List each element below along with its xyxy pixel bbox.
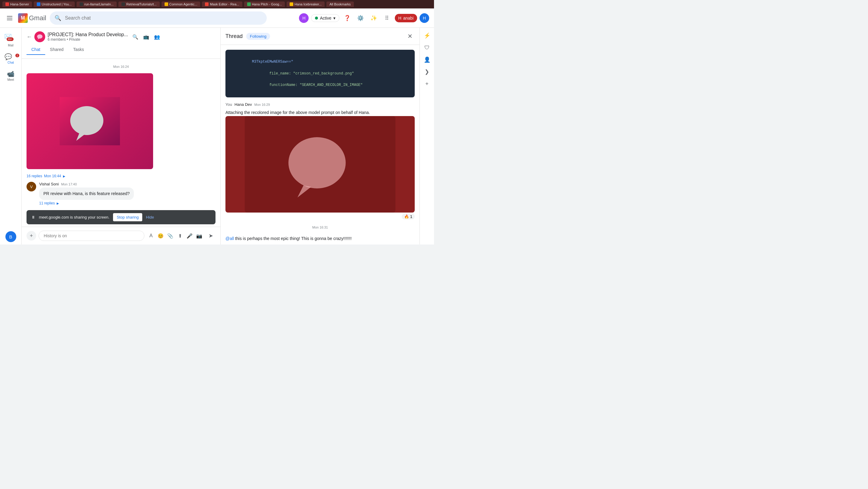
browser-tab-bookmarks[interactable]: All Bookmarks: [327, 1, 353, 7]
svg-point-7: [288, 137, 346, 188]
timestamp-mon-1624: Mon 16:24: [27, 65, 216, 68]
mic-button[interactable]: 🎤: [185, 232, 194, 240]
attach-button[interactable]: 📎: [166, 232, 175, 240]
thread-sender-you: You: [225, 102, 232, 107]
sidebar-item-meet[interactable]: 📹 Meet: [2, 68, 20, 84]
gmail-app: M Gmail 🔍 H Active ▾ ❓ ⚙️ ✨ ⠿ H anabi H: [0, 8, 434, 245]
browser-tab-unstructured[interactable]: Unstructured | You...: [34, 1, 74, 7]
tab-favicon: [37, 2, 40, 6]
sidebar-chat-label: Chat: [7, 61, 14, 64]
top-bar-right: H Active ▾ ❓ ⚙️ ✨ ⠿ H anabi H: [299, 13, 429, 24]
upload-button[interactable]: ⬆: [176, 232, 184, 240]
video-call-button[interactable]: 📺: [141, 32, 151, 41]
chat-badge: 2: [16, 54, 19, 57]
sidebar-item-mail[interactable]: ✉️ 99+ Mail: [2, 30, 20, 50]
sidebar-meet-label: Meet: [7, 78, 14, 82]
hanabi-button[interactable]: H anabi: [395, 14, 417, 22]
group-avatar-icon: [34, 31, 45, 42]
thread-image-svg: [245, 116, 396, 213]
search-input[interactable]: [65, 16, 262, 21]
browser-tab-mask-editor[interactable]: Mask Editor - Rea...: [202, 1, 242, 7]
browser-bar: Hana-Server Unstructured | You... run-ll…: [0, 0, 434, 8]
browser-tab-hana-server[interactable]: Hana-Server: [2, 1, 32, 7]
chat-image-message: [27, 73, 153, 169]
add-panel-button[interactable]: +: [422, 79, 433, 89]
stop-sharing-button[interactable]: Stop sharing: [113, 213, 142, 221]
reaction-fire[interactable]: 🔥 1: [402, 214, 415, 219]
search-bar[interactable]: 🔍: [50, 11, 267, 25]
emoji-button[interactable]: 😊: [156, 232, 165, 240]
chevron-down-icon: ▾: [333, 16, 336, 21]
expand-right-button[interactable]: ❯: [422, 66, 433, 77]
browser-tab-common-agentic[interactable]: Common Agentic...: [161, 1, 200, 7]
thread-title: Thread: [225, 33, 243, 39]
close-thread-button[interactable]: ✕: [405, 31, 415, 41]
message-vishal-soni: V Vishal Soni Mon 17:40 PR review with H…: [27, 182, 216, 205]
thread-msg-time-1: Mon 16:29: [254, 103, 270, 106]
tab-favicon: [205, 2, 209, 6]
chat-header: ← [PROJECT]: Hana Product Develop... 6 m…: [22, 28, 220, 59]
chat-title: [PROJECT]: Hana Product Develop...: [48, 32, 128, 37]
video-button[interactable]: 📷: [195, 232, 204, 240]
replies-chevron-icon: ▶: [63, 175, 65, 178]
chat-input-area: + A 😊 📎 ⬆ 🎤 📷 ➤: [22, 227, 220, 245]
thread-image: [225, 116, 415, 213]
thread-messages: M3TkpteEMwNER5aw==" file_name: "crimson_…: [221, 45, 420, 245]
thread-msg-text-2: @all this is perhaps the most epic thing…: [225, 235, 415, 242]
back-button[interactable]: ←: [27, 34, 32, 40]
following-badge[interactable]: Following: [246, 33, 270, 40]
search-chat-button[interactable]: 🔍: [130, 32, 140, 41]
right-sidebar-btn-3[interactable]: 👤: [422, 54, 433, 65]
chat-subtitle: 6 members • Private: [48, 37, 128, 41]
gmail-app-name: Gmail: [29, 14, 46, 22]
send-button[interactable]: ➤: [206, 231, 216, 241]
manage-members-button[interactable]: 👥: [152, 32, 162, 41]
group-avatar: [34, 31, 45, 42]
browser-tab-retrieval[interactable]: RetrievalTutorials/t...: [119, 1, 159, 7]
thread-message-1: You Hana Dev Mon 16:29 Attaching the rec…: [225, 102, 415, 219]
tab-chat[interactable]: Chat: [27, 44, 45, 55]
chat-panel: ← [PROJECT]: Hana Product Develop... 6 m…: [22, 28, 221, 245]
msg-bubble: PR review with Hana, is this feature rel…: [39, 187, 134, 200]
menu-button[interactable]: [5, 13, 14, 23]
hide-button[interactable]: Hide: [146, 215, 154, 219]
replies-info-16[interactable]: 16 replies Mon 16:44 ▶: [27, 174, 216, 178]
right-sidebar-btn-1[interactable]: ⚡: [422, 30, 433, 41]
thread-sender-hana-dev: Hana Dev: [235, 102, 252, 107]
tab-favicon: [290, 2, 293, 6]
add-button[interactable]: +: [27, 231, 36, 241]
thread-header: Thread Following ✕: [221, 28, 420, 45]
apps-button[interactable]: ⠿: [381, 13, 393, 24]
sidebar-item-chat[interactable]: 💬 2 Chat: [2, 51, 20, 67]
gmail-logo-m: M: [18, 13, 28, 23]
gmail-logo[interactable]: M Gmail: [18, 13, 46, 23]
svg-point-1: [37, 34, 42, 39]
tab-shared[interactable]: Shared: [45, 44, 68, 55]
meet-icon: 📹: [7, 70, 14, 78]
tab-favicon: [247, 2, 251, 6]
chat-image-svg: [60, 97, 120, 145]
browser-tab-hana-icebreaker[interactable]: Hana Icebreaker...: [287, 1, 324, 7]
chat-icon: 💬: [4, 53, 12, 60]
browser-tab-runllama[interactable]: run-llama/LlamaIn...: [76, 1, 117, 7]
mention-all: @all: [225, 236, 234, 241]
tab-favicon: [164, 2, 168, 6]
right-sidebar-btn-2[interactable]: 🛡: [422, 42, 433, 53]
tab-favicon: [80, 2, 83, 6]
bottom-user-avatar[interactable]: B: [5, 231, 16, 242]
user-avatar-main[interactable]: H: [420, 13, 429, 23]
thread-timestamp-1631: Mon 16:31: [225, 225, 415, 229]
mail-badge: 99+: [7, 37, 13, 41]
help-button[interactable]: ❓: [342, 13, 352, 24]
replies-info-11[interactable]: 11 replies ▶: [39, 201, 216, 205]
chat-input-field[interactable]: [38, 231, 144, 241]
browser-tab-hana-pitch[interactable]: Hana Pitch - Goog...: [244, 1, 285, 7]
settings-button[interactable]: ⚙️: [355, 13, 366, 24]
star-button[interactable]: ✨: [368, 13, 379, 24]
right-sidebar: ⚡ 🛡 👤 ❯ +: [420, 28, 434, 245]
active-status-badge[interactable]: Active ▾: [311, 14, 339, 22]
top-bar: M Gmail 🔍 H Active ▾ ❓ ⚙️ ✨ ⠿ H anabi H: [0, 8, 434, 28]
user-avatar-small: H: [299, 13, 309, 23]
tab-tasks[interactable]: Tasks: [68, 44, 89, 55]
format-button[interactable]: A: [147, 232, 155, 240]
